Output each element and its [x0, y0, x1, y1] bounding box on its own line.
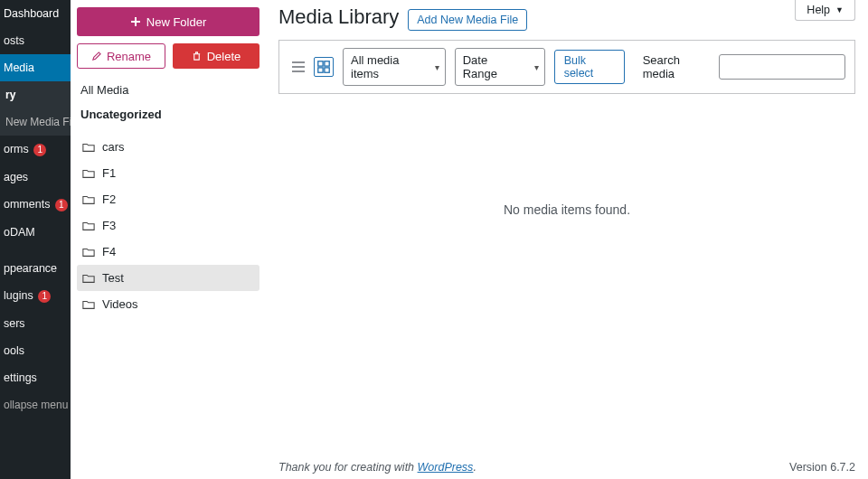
sidebar-item-godam[interactable]: oDAM: [0, 219, 71, 246]
main-area: New Folder Rename Delete All Media Uncat…: [71, 0, 868, 479]
uncategorized-link[interactable]: Uncategorized: [77, 102, 259, 127]
folder-row[interactable]: F3: [77, 212, 259, 239]
content-area: Help ▼ Media Library Add New Media File …: [266, 0, 868, 479]
folder-row[interactable]: cars: [77, 134, 259, 160]
list-icon: [290, 59, 307, 75]
folder-label: F2: [102, 193, 116, 206]
sidebar-item-dashboard[interactable]: Dashboard: [0, 0, 71, 27]
sidebar-item-media[interactable]: Media: [0, 54, 71, 81]
grid-view-button[interactable]: [314, 57, 334, 77]
rename-button[interactable]: Rename: [77, 43, 165, 69]
search-label: Search media: [643, 53, 710, 80]
bulk-select-button[interactable]: Bulk select: [554, 50, 625, 84]
help-tab[interactable]: Help ▼: [795, 0, 855, 21]
folder-label: F4: [102, 245, 116, 258]
sidebar-item-users[interactable]: sers: [0, 310, 71, 337]
sidebar-item-label: omments: [4, 198, 50, 211]
folder-icon: [82, 272, 95, 285]
footer-thanks: Thank you for creating with WordPress.: [278, 461, 476, 474]
chevron-down-icon: ▼: [835, 5, 844, 14]
folder-icon: [82, 193, 95, 206]
folder-label: F1: [102, 166, 116, 180]
folder-icon: [82, 220, 95, 232]
folder-label: F3: [102, 219, 116, 232]
svg-rect-1: [325, 61, 329, 66]
media-type-filter[interactable]: All media items: [343, 48, 446, 86]
rename-label: Rename: [107, 50, 151, 63]
folder-row[interactable]: F1: [77, 160, 259, 186]
svg-rect-0: [318, 61, 323, 66]
all-media-link[interactable]: All Media: [77, 78, 259, 102]
folder-row[interactable]: Test: [77, 265, 259, 291]
page-title: Media Library: [278, 5, 399, 29]
sidebar-item-posts[interactable]: osts: [0, 27, 71, 54]
add-new-media-button[interactable]: Add New Media File: [408, 9, 527, 31]
sidebar-item-plugins[interactable]: lugins 1: [0, 282, 71, 310]
svg-rect-2: [318, 68, 323, 72]
svg-rect-3: [325, 68, 329, 72]
sidebar-item-tools[interactable]: ools: [0, 337, 71, 364]
sidebar-item-pages[interactable]: ages: [0, 164, 71, 191]
folder-icon: [82, 141, 95, 154]
sidebar-sub-library[interactable]: ry: [0, 81, 71, 108]
sidebar-item-forms[interactable]: orms 1: [0, 136, 71, 164]
badge: 1: [38, 290, 51, 303]
pencil-icon: [91, 52, 101, 61]
folder-label: cars: [102, 140, 125, 154]
folder-row[interactable]: F4: [77, 239, 259, 265]
folder-icon: [82, 298, 95, 311]
date-range-filter[interactable]: Date Range: [455, 48, 545, 86]
badge: 1: [33, 144, 46, 156]
view-toggle: [288, 57, 334, 77]
folder-row[interactable]: Videos: [77, 291, 259, 317]
folder-panel: New Folder Rename Delete All Media Uncat…: [71, 0, 266, 479]
sidebar-item-label: lugins: [4, 289, 33, 302]
new-folder-label: New Folder: [146, 15, 206, 29]
grid-icon: [316, 60, 331, 74]
media-toolbar: All media items Date Range Bulk select S…: [278, 40, 855, 94]
footer-version: Version 6.7.2: [789, 461, 855, 474]
folder-label: Test: [102, 271, 124, 285]
delete-button[interactable]: Delete: [173, 43, 259, 69]
new-folder-button[interactable]: New Folder: [77, 7, 259, 36]
sidebar-collapse[interactable]: ollapse menu: [0, 391, 71, 418]
help-label: Help: [807, 4, 830, 16]
folder-label: Videos: [102, 297, 138, 311]
sidebar-sub-add-new[interactable]: New Media File: [0, 108, 71, 136]
admin-sidebar: Dashboard osts Media ry New Media File o…: [0, 0, 71, 479]
sidebar-item-label: orms: [4, 143, 29, 155]
trash-icon: [192, 52, 202, 61]
search-input[interactable]: [719, 54, 845, 80]
sidebar-item-settings[interactable]: ettings: [0, 364, 71, 391]
folder-row[interactable]: F2: [77, 186, 259, 212]
wordpress-link[interactable]: WordPress: [418, 461, 474, 474]
sidebar-item-comments[interactable]: omments 1: [0, 191, 71, 219]
folder-icon: [82, 246, 95, 258]
empty-state-text: No media items found.: [278, 94, 855, 217]
delete-label: Delete: [207, 50, 241, 63]
badge: 1: [55, 199, 68, 211]
plus-icon: [130, 16, 141, 27]
folder-icon: [82, 167, 95, 180]
list-view-button[interactable]: [288, 57, 308, 77]
folder-list: carsF1F2F3F4TestVideos: [77, 134, 259, 317]
sidebar-item-appearance[interactable]: ppearance: [0, 255, 71, 282]
